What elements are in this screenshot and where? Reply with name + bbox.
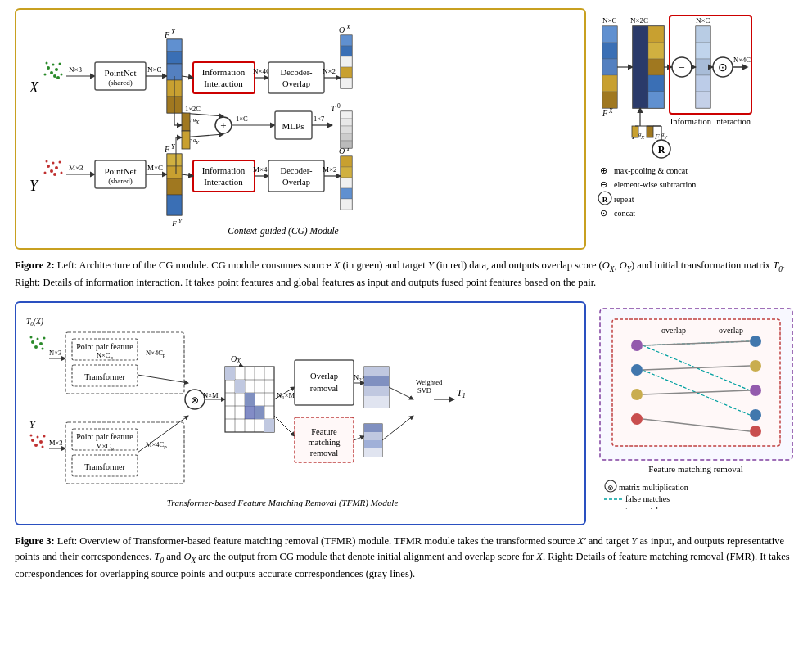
svg-text:element-wise subtraction: element-wise subtraction [614,180,696,189]
svg-text:R: R [602,196,608,204]
svg-text:true matches: true matches [625,506,667,509]
figure2-area: X Y [15,8,797,250]
tfmr-module-container: T0(X) Y N×3 M×3 Point pair feat [15,301,586,525]
svg-point-276 [750,360,761,372]
svg-text:Y: Y [171,143,176,151]
svg-rect-146 [696,26,710,43]
svg-point-277 [750,385,761,396]
svg-text:1×7: 1×7 [314,115,324,123]
svg-rect-115 [341,133,352,141]
svg-text:Feature matching removal: Feature matching removal [648,464,742,474]
svg-rect-112 [341,111,352,119]
svg-point-3 [52,64,55,66]
svg-text:Interaction: Interaction [204,177,243,187]
svg-rect-127 [602,59,617,75]
svg-rect-235 [264,419,274,432]
svg-rect-48 [167,178,182,195]
svg-rect-125 [602,26,617,43]
svg-text:T: T [331,104,336,113]
svg-rect-113 [341,119,352,126]
svg-text:OX: OX [231,354,241,365]
svg-text:Transformer: Transformer [84,462,125,471]
svg-line-58 [182,76,193,78]
svg-text:Overlap: Overlap [310,372,338,381]
fig2-caption-bold: Figure 2: [15,259,55,271]
svg-text:Transformer-based Feature Matc: Transformer-based Feature Matching Remov… [167,498,399,508]
svg-text:X: X [640,134,645,141]
svg-rect-232 [235,380,245,393]
svg-point-10 [44,74,47,76]
svg-text:Weighted: Weighted [416,378,443,386]
svg-rect-46 [167,154,182,166]
svg-text:concat: concat [614,209,635,218]
svg-rect-38 [167,39,182,52]
tfmr-svg: T0(X) Y N×3 M×3 Point pair feat [25,309,540,514]
cg-module-svg: X Y [21,15,545,240]
svg-rect-81 [341,78,352,88]
svg-text:removal: removal [310,448,338,457]
svg-rect-254 [364,386,389,396]
svg-text:Context-guided (CG) Module: Context-guided (CG) Module [228,226,338,237]
svg-rect-234 [255,406,264,419]
svg-point-182 [31,340,34,344]
svg-rect-260 [364,440,382,448]
svg-text:F: F [602,109,608,118]
svg-text:N×2C: N×2C [630,16,648,25]
svg-rect-128 [602,75,617,92]
svg-point-12 [47,165,50,168]
svg-rect-150 [696,92,710,108]
svg-text:⊗: ⊗ [607,484,614,492]
svg-rect-89 [341,199,352,210]
svg-text:matrix multiplication: matrix multiplication [619,483,688,492]
svg-point-4 [55,68,58,71]
svg-rect-169 [632,126,638,137]
svg-point-18 [61,172,63,174]
svg-point-193 [43,435,46,438]
svg-text:N×C: N×C [696,16,710,25]
svg-text:Information Interaction: Information Interaction [670,117,751,126]
svg-rect-80 [341,67,352,78]
svg-text:F: F [654,133,660,141]
cg-module-container: X Y [15,8,586,250]
svg-rect-85 [341,156,352,167]
svg-point-271 [631,340,643,351]
svg-point-184 [39,342,43,345]
svg-line-262 [389,387,413,399]
svg-rect-261 [364,448,382,457]
svg-point-185 [43,337,46,340]
svg-text:X: X [608,107,613,115]
svg-text:F: F [171,219,177,228]
svg-text:Interaction: Interaction [204,79,243,88]
svg-text:Information: Information [202,165,246,175]
svg-point-8 [61,74,63,76]
svg-text:Y: Y [664,134,668,141]
svg-rect-64 [268,62,324,93]
svg-rect-149 [696,75,710,92]
fig3-caption-bold: Figure 3: [15,535,55,547]
figure3-area: T0(X) Y N×3 M×3 Point pair feat [15,301,797,525]
svg-rect-79 [341,56,352,67]
svg-text:N×4C: N×4C [733,56,751,64]
svg-rect-116 [341,141,352,148]
svg-point-183 [37,338,39,340]
svg-rect-233 [245,393,255,406]
svg-text:X: X [170,29,176,36]
svg-text:PointNet: PointNet [104,166,136,176]
svg-point-2 [47,66,50,70]
svg-rect-148 [696,59,710,75]
svg-rect-136 [648,26,664,43]
fig2-right-panel: N×C F X N×2C − [593,8,797,250]
svg-rect-87 [341,178,352,188]
svg-rect-114 [341,126,352,133]
svg-rect-138 [648,59,664,75]
svg-text:Point pair feature: Point pair feature [76,432,133,441]
svg-text:Y: Y [29,178,39,194]
fig3-caption: Figure 3: Left: Overview of Transformer-… [15,534,797,581]
info-interact-svg: N×C F X N×2C − [596,11,796,241]
svg-point-273 [631,389,643,400]
svg-point-5 [59,63,61,65]
svg-text:removal: removal [310,384,338,393]
svg-text:N×3: N×3 [49,349,61,357]
svg-text:T0(X): T0(X) [26,318,43,327]
svg-text:⊙: ⊙ [600,208,607,218]
